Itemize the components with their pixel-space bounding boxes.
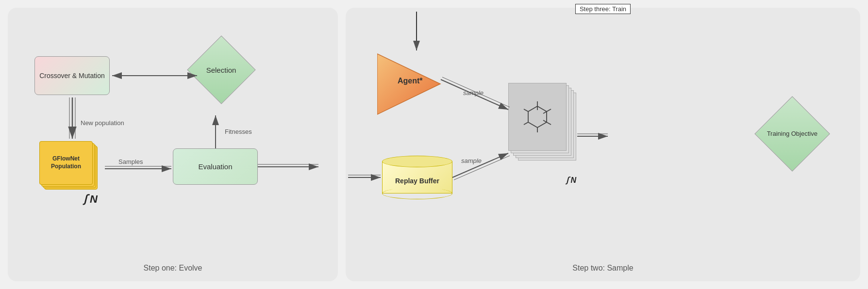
- sample-label-1: sample: [463, 89, 484, 96]
- step-one-label: Step one: Evolve: [144, 264, 202, 273]
- svg-line-21: [524, 122, 528, 125]
- new-population-label: New population: [81, 119, 124, 127]
- svg-line-19: [547, 122, 551, 125]
- crossover-mutation-box: Crossover & Mutation: [34, 56, 110, 95]
- evaluation-box: Evaluation: [173, 148, 258, 185]
- left-panel: Crossover & Mutation Selection Evaluatio…: [8, 8, 338, 281]
- svg-line-22: [524, 109, 528, 112]
- right-panel: Step three: Train Agent*: [346, 8, 860, 281]
- mol-page-5: [508, 83, 567, 151]
- page-item-4: GFlowNetPopulation: [39, 141, 93, 185]
- step-three-box: Step three: Train: [575, 4, 631, 14]
- cylinder-top: [382, 156, 452, 167]
- samples-label: Samples: [118, 158, 143, 165]
- agent-label: Agent*: [398, 77, 423, 85]
- svg-line-16: [543, 120, 547, 122]
- cylinder-bottom: [382, 188, 452, 199]
- fitnesses-label: Fitnesses: [225, 128, 252, 135]
- n-curl-right: ʃ N: [566, 176, 576, 185]
- selection-diamond: Selection: [187, 35, 255, 104]
- sample-label-2: sample: [461, 157, 482, 164]
- n-curl-left: ʃ N: [83, 193, 98, 206]
- molecule-stack: ʃ N: [508, 83, 579, 180]
- main-container: Crossover & Mutation Selection Evaluatio…: [0, 0, 868, 289]
- training-objective-diamond: Training Objective: [754, 96, 830, 172]
- molecule-svg: [518, 97, 557, 136]
- step-two-label: Step two: Sample: [572, 264, 633, 273]
- svg-line-15: [543, 112, 547, 113]
- replay-buffer-label: Replay Buffer: [382, 177, 452, 185]
- gflownet-stack: GFlowNetPopulation ʃ N: [39, 141, 102, 197]
- agent-container: Agent*: [377, 51, 445, 117]
- replay-buffer: Replay Buffer: [382, 156, 452, 199]
- svg-line-18: [547, 109, 551, 112]
